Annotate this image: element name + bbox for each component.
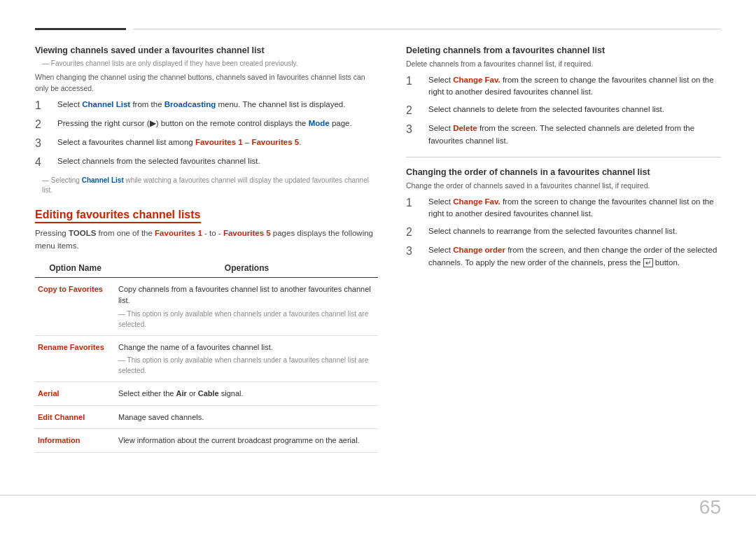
- deleting-steps: Select Change Fav. from the screen to ch…: [406, 74, 721, 147]
- editing-heading: Editing favourites channel lists: [35, 209, 201, 223]
- viewing-step-4: Select channels from the selected favour…: [35, 155, 378, 169]
- changing-step-2: Select channels to rearrange from the se…: [406, 225, 721, 239]
- option-name-copy: Copy to Favorites: [35, 277, 115, 335]
- top-rule-thin: [133, 29, 721, 29]
- two-col-layout: Viewing channels saved under a favourite…: [35, 45, 721, 513]
- table-row: Information View information about the c…: [35, 429, 378, 453]
- option-note-copy: This option is only available when chann…: [118, 309, 375, 330]
- changing-steps: Select Change Fav. from the screen to ch…: [406, 196, 721, 269]
- changing-step-3: Select Change order from the screen, and…: [406, 244, 721, 269]
- channel-list-sub-highlight: Channel List: [82, 176, 124, 184]
- step-text: Pressing the right cursor (▶) button on …: [57, 118, 352, 131]
- left-column: Viewing channels saved under a favourite…: [35, 45, 378, 513]
- option-desc-edit: Manage saved channels.: [115, 405, 378, 429]
- viewing-steps: Select Channel List from the Broadcastin…: [35, 99, 378, 169]
- return-button-icon: ↵: [643, 258, 653, 267]
- table-row: Copy to Favorites Copy channels from a f…: [35, 277, 378, 335]
- step-text: Select Change Fav. from the screen to ch…: [428, 196, 721, 220]
- viewing-note: Favourites channel lists are only displa…: [35, 59, 378, 69]
- viewing-step-3: Select a favourites channel list among F…: [35, 136, 378, 150]
- section-divider: [406, 157, 721, 157]
- option-desc-aerial: Select either the Air or Cable signal.: [115, 382, 378, 406]
- top-rule: [35, 28, 721, 30]
- change-fav-chg1-highlight: Change Fav.: [453, 197, 500, 206]
- editing-intro: Pressing TOOLS from one of the Favourite…: [35, 227, 378, 252]
- deleting-intro: Delete channels from a favourites channe…: [406, 59, 721, 70]
- table-row: Aerial Select either the Air or Cable si…: [35, 382, 378, 406]
- changing-step-1: Select Change Fav. from the screen to ch…: [406, 196, 721, 220]
- table-row: Edit Channel Manage saved channels.: [35, 405, 378, 429]
- favourites5-highlight: Favourites 5: [251, 138, 299, 146]
- deleting-heading: Deleting channels from a favourites chan…: [406, 45, 721, 55]
- page-number: 65: [699, 496, 721, 519]
- viewing-sub-note: Selecting Channel List while watching a …: [35, 176, 378, 195]
- channel-list-highlight: Channel List: [82, 100, 130, 108]
- top-rule-thick: [35, 28, 126, 30]
- option-table: Option Name Operations Copy to Favorites…: [35, 260, 378, 453]
- page-container: Viewing channels saved under a favourite…: [0, 0, 756, 534]
- bottom-rule: [0, 495, 756, 496]
- favs5-edit-highlight: Favourites 5: [223, 229, 271, 237]
- viewing-heading: Viewing channels saved under a favourite…: [35, 45, 378, 55]
- option-name-edit: Edit Channel: [35, 405, 115, 429]
- option-desc-copy: Copy channels from a favourites channel …: [115, 277, 378, 335]
- right-column: Deleting channels from a favourites chan…: [406, 45, 721, 513]
- viewing-step-1: Select Channel List from the Broadcastin…: [35, 99, 378, 112]
- step-text: Select Change order from the screen, and…: [428, 244, 721, 269]
- table-row: Rename Favorites Change the name of a fa…: [35, 335, 378, 382]
- option-desc-rename: Change the name of a favourites channel …: [115, 335, 378, 382]
- option-name-info: Information: [35, 429, 115, 453]
- change-order-highlight: Change order: [453, 246, 505, 254]
- step-text: Select a favourites channel list among F…: [57, 136, 301, 150]
- option-name-rename: Rename Favorites: [35, 335, 115, 382]
- step-text: Select channels to delete from the selec…: [428, 104, 664, 117]
- option-name-aerial: Aerial: [35, 382, 115, 406]
- table-header-ops: Operations: [115, 260, 378, 278]
- step-text: Select Change Fav. from the screen to ch…: [428, 74, 721, 99]
- changing-intro: Change the order of channels saved in a …: [406, 181, 721, 192]
- deleting-step-2: Select channels to delete from the selec…: [406, 104, 721, 117]
- mode-highlight: Mode: [309, 119, 330, 127]
- table-header-name: Option Name: [35, 260, 115, 278]
- favourites1-highlight: Favourites 1: [195, 138, 243, 146]
- changing-heading: Changing the order of channels in a favo…: [406, 167, 721, 177]
- option-note-rename: This option is only available when chann…: [118, 355, 375, 376]
- deleting-step-3: Select Delete from the screen. The selec…: [406, 122, 721, 147]
- deleting-step-1: Select Change Fav. from the screen to ch…: [406, 74, 721, 99]
- change-fav-del1-highlight: Change Fav.: [453, 76, 500, 84]
- viewing-intro: When changing the channel using the chan…: [35, 72, 378, 94]
- viewing-step-2: Pressing the right cursor (▶) button on …: [35, 118, 378, 131]
- step-text: Select channels to rearrange from the se…: [428, 225, 677, 239]
- delete-highlight: Delete: [453, 124, 477, 132]
- option-desc-info: View information about the current broad…: [115, 429, 378, 453]
- broadcasting-highlight: Broadcasting: [164, 100, 216, 108]
- step-text: Select channels from the selected favour…: [57, 155, 260, 169]
- step-text: Select Channel List from the Broadcastin…: [57, 99, 345, 112]
- step-text: Select Delete from the screen. The selec…: [428, 122, 721, 147]
- favs1-edit-highlight: Favourites 1: [155, 229, 202, 237]
